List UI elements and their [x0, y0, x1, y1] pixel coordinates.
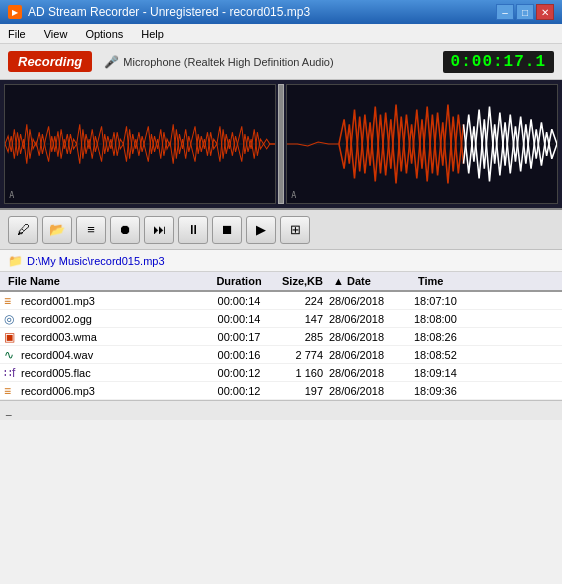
svg-text:A: A	[9, 190, 14, 200]
pause-btn[interactable]: ⏸	[178, 216, 208, 244]
file-time: 18:08:52	[414, 349, 479, 361]
file-date: 28/06/2018	[329, 349, 414, 361]
file-name: record002.ogg	[21, 313, 92, 325]
toolbar-row: Recording 🎤 Microphone (Realtek High Def…	[0, 44, 562, 80]
file-size: 197	[274, 385, 329, 397]
mic-text: Microphone (Realtek High Definition Audi…	[123, 56, 333, 68]
file-duration: 00:00:16	[204, 349, 274, 361]
file-size: 2 774	[274, 349, 329, 361]
title-bar: ▶ AD Stream Recorder - Unregistered - re…	[0, 0, 562, 24]
table-row[interactable]: ∿ record004.wav 00:00:16 2 774 28/06/201…	[0, 346, 562, 364]
header-filename[interactable]: File Name	[4, 275, 204, 287]
file-time: 18:07:10	[414, 295, 479, 307]
file-date: 28/06/2018	[329, 313, 414, 325]
grid-btn[interactable]: ⊞	[280, 216, 310, 244]
file-path-bar: 📁 D:\My Music\record015.mp3	[0, 250, 562, 272]
file-type-icon: ∿	[4, 348, 18, 362]
file-list-header: File Name Duration Size,KB ▲ Date Time	[0, 272, 562, 292]
menu-item-options[interactable]: Options	[81, 27, 127, 41]
file-type-icon: ≡	[4, 384, 18, 398]
app-icon: ▶	[8, 5, 22, 19]
record-btn[interactable]: 🖊	[8, 216, 38, 244]
header-date[interactable]: ▲ Date	[329, 275, 414, 287]
play-btn[interactable]: ▶	[246, 216, 276, 244]
file-duration: 00:00:14	[204, 295, 274, 307]
file-date: 28/06/2018	[329, 295, 414, 307]
title-controls: – □ ✕	[496, 4, 554, 20]
bottom-bar: _	[0, 400, 562, 420]
table-row[interactable]: ∷f record005.flac 00:00:12 1 160 28/06/2…	[0, 364, 562, 382]
menu-item-view[interactable]: View	[40, 27, 72, 41]
menu-item-file[interactable]: File	[4, 27, 30, 41]
file-name: record004.wav	[21, 349, 93, 361]
file-name: record003.wma	[21, 331, 97, 343]
table-row[interactable]: ◎ record002.ogg 00:00:14 147 28/06/2018 …	[0, 310, 562, 328]
menu-item-help[interactable]: Help	[137, 27, 168, 41]
table-row[interactable]: ▣ record003.wma 00:00:17 285 28/06/2018 …	[0, 328, 562, 346]
microphone-icon: 🎤	[104, 55, 119, 69]
file-date: 28/06/2018	[329, 331, 414, 343]
next-btn[interactable]: ⏭	[144, 216, 174, 244]
file-time: 18:08:00	[414, 313, 479, 325]
header-time[interactable]: Time	[414, 275, 479, 287]
file-date: 28/06/2018	[329, 385, 414, 397]
header-size[interactable]: Size,KB	[274, 275, 329, 287]
list-btn[interactable]: ≡	[76, 216, 106, 244]
title-bar-left: ▶ AD Stream Recorder - Unregistered - re…	[8, 5, 310, 19]
file-size: 224	[274, 295, 329, 307]
file-duration: 00:00:17	[204, 331, 274, 343]
file-path: D:\My Music\record015.mp3	[27, 255, 165, 267]
file-type-icon: ▣	[4, 330, 18, 344]
stop-record-btn[interactable]: ⏺	[110, 216, 140, 244]
table-row[interactable]: ≡ record006.mp3 00:00:12 197 28/06/2018 …	[0, 382, 562, 400]
file-type-icon: ◎	[4, 312, 18, 326]
maximize-button[interactable]: □	[516, 4, 534, 20]
minimize-button[interactable]: –	[496, 4, 514, 20]
recording-badge: Recording	[8, 51, 92, 72]
folder-icon: 📁	[8, 254, 23, 268]
menu-bar: FileViewOptionsHelp	[0, 24, 562, 44]
controls-bar: 🖊📂≡⏺⏭⏸⏹▶⊞	[0, 210, 562, 250]
file-type-icon: ∷f	[4, 366, 18, 380]
file-time: 18:09:36	[414, 385, 479, 397]
cursor-indicator: _	[6, 405, 12, 416]
file-date: 28/06/2018	[329, 367, 414, 379]
file-duration: 00:00:12	[204, 367, 274, 379]
table-row[interactable]: ≡ record001.mp3 00:00:14 224 28/06/2018 …	[0, 292, 562, 310]
waveform-divider[interactable]	[278, 84, 284, 204]
file-name: record001.mp3	[21, 295, 95, 307]
file-size: 147	[274, 313, 329, 325]
open-btn[interactable]: 📂	[42, 216, 72, 244]
file-time: 18:08:26	[414, 331, 479, 343]
file-list-body: ≡ record001.mp3 00:00:14 224 28/06/2018 …	[0, 292, 562, 400]
waveform-left: A	[4, 84, 276, 204]
svg-text:A: A	[291, 190, 296, 200]
mic-label: 🎤 Microphone (Realtek High Definition Au…	[104, 55, 430, 69]
stop-btn[interactable]: ⏹	[212, 216, 242, 244]
file-duration: 00:00:12	[204, 385, 274, 397]
file-size: 285	[274, 331, 329, 343]
file-name: record005.flac	[21, 367, 91, 379]
file-type-icon: ≡	[4, 294, 18, 308]
waveform-right: A	[286, 84, 558, 204]
header-duration[interactable]: Duration	[204, 275, 274, 287]
timer-display: 0:00:17.1	[443, 51, 554, 73]
file-time: 18:09:14	[414, 367, 479, 379]
window-title: AD Stream Recorder - Unregistered - reco…	[28, 5, 310, 19]
waveform-area: A A	[0, 80, 562, 210]
file-list-area: File Name Duration Size,KB ▲ Date Time ≡…	[0, 272, 562, 400]
file-name: record006.mp3	[21, 385, 95, 397]
file-duration: 00:00:14	[204, 313, 274, 325]
file-size: 1 160	[274, 367, 329, 379]
close-button[interactable]: ✕	[536, 4, 554, 20]
